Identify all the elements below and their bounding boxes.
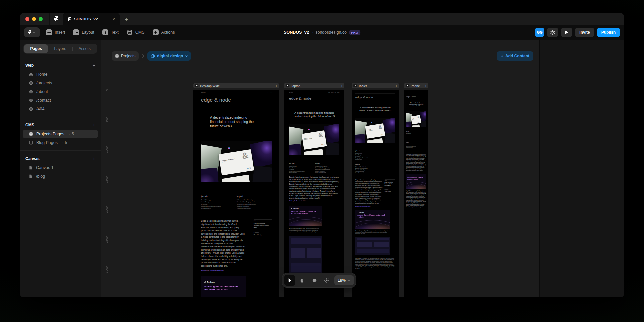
ruler-tick-label: 1500 — [105, 174, 109, 186]
site-hero: A decentralized indexing financial produ… — [358, 106, 393, 112]
breakpoint-frame-phone: Phone + edge & node menu edge & node A — [404, 83, 428, 297]
site-collage-image: Building the Decentralized Future & XOX — [406, 111, 426, 127]
collage-card — [222, 174, 249, 182]
frame-header-desktop-wide[interactable]: Desktop Wide + — [193, 83, 279, 88]
job-role-item: Brand Designer — [289, 172, 315, 174]
frame-add-icon[interactable]: + — [425, 84, 427, 88]
actions-tool[interactable]: Actions — [153, 29, 175, 35]
site-nav: edge & node homeprojectsaboutcontact — [201, 92, 272, 94]
cms-tool[interactable]: CMS — [127, 29, 145, 35]
graph-brand: The Graph — [291, 208, 322, 209]
sidebar-item-about[interactable]: /about — [20, 87, 101, 96]
select-tool[interactable] — [284, 275, 295, 286]
settings-button[interactable] — [547, 28, 558, 37]
layout-tool[interactable]: Layout — [73, 29, 94, 35]
project-title-group: SONDOS_V2 sondosdesign.co PRO — [284, 30, 360, 35]
insert-tool[interactable]: Insert — [46, 29, 65, 35]
text-tool[interactable]: Text — [102, 29, 119, 35]
ruler-tick-label: 500 — [105, 114, 109, 126]
pan-tool[interactable] — [296, 275, 308, 286]
framer-menu-button[interactable] — [24, 27, 40, 37]
site-preview-tablet[interactable]: edge & node homeprojectsaboutcontact edg… — [352, 90, 399, 297]
frame-add-icon[interactable]: + — [395, 84, 397, 88]
frame-title: Tablet — [358, 84, 394, 88]
site-link: Building The Decentralized Future — [355, 206, 395, 207]
sidebar-item-projects-pages[interactable]: Projects Pages 5 — [23, 130, 98, 138]
sidebar-item-404[interactable]: /404 — [20, 105, 101, 113]
theme-toggle[interactable] — [321, 275, 332, 286]
frame-add-icon[interactable]: + — [275, 84, 277, 88]
sidebar-item-projects[interactable]: /projects — [20, 79, 101, 87]
graph-hero-image: The Graph Indexing the world's data for … — [289, 206, 322, 226]
ruler-tick-label: 1000 — [105, 144, 109, 156]
comment-tool[interactable] — [309, 275, 320, 286]
site-preview-desktop-wide[interactable]: edge & node homeprojectsaboutcontact edg… — [193, 90, 279, 297]
frame-header-tablet[interactable]: Tablet + — [352, 83, 399, 88]
site-preview-laptop[interactable]: edge & node homeprojectsaboutcontact edg… — [284, 90, 344, 297]
job-role-column: job role Brand StrategyVisual DesignUI D… — [289, 162, 315, 174]
frame-header-laptop[interactable]: Laptop + — [284, 83, 344, 88]
publish-button[interactable]: Publish — [597, 28, 620, 37]
impact-column: impact Enhanced Brand IdentityElevated U… — [315, 162, 330, 174]
sidebar-item-blog-pages[interactable]: Blog Pages 5 — [20, 138, 101, 147]
add-content-button[interactable]: + Add Content — [497, 51, 533, 61]
plus-icon: + — [501, 54, 503, 59]
menu-label: menu — [423, 92, 424, 92]
invite-button[interactable]: Invite — [575, 28, 594, 37]
breadcrumb-page-chip[interactable]: digital-design — [147, 51, 191, 61]
site-caption: As a visual designer at Edge & Node, my … — [289, 228, 322, 233]
preview-button[interactable] — [561, 28, 572, 37]
add-page-button[interactable]: + — [93, 63, 95, 68]
collage-card — [383, 118, 395, 134]
site-nav-link: contact — [394, 92, 395, 92]
site-logo: edge & node — [201, 97, 272, 103]
site-body: Edge & Node is a company that plays a si… — [355, 179, 395, 205]
frame-title: Phone — [411, 84, 423, 88]
ruler-horizontal-edge — [112, 68, 539, 68]
layout-icon — [73, 29, 79, 35]
close-window-button[interactable] — [25, 17, 29, 21]
avatar[interactable]: GG — [535, 28, 544, 37]
impact-column: impact Enhanced Brand IdentityElevated U… — [406, 142, 426, 150]
tab-close-icon[interactable]: × — [112, 17, 115, 22]
file-icon — [29, 174, 33, 178]
traffic-lights — [20, 13, 50, 25]
new-tab-button[interactable]: + — [120, 13, 133, 25]
canvas-label: /blog — [36, 174, 45, 179]
chevron-right-icon — [142, 54, 144, 58]
sidebar-item-contact[interactable]: /contact — [20, 96, 101, 105]
tab-layers[interactable]: Layers — [48, 44, 72, 53]
project-tab[interactable]: SONDOS_V2 × — [63, 13, 120, 25]
collage-card — [367, 138, 383, 143]
impact-item: Streamlined User Experience — [237, 203, 256, 205]
canvas-viewport[interactable]: Projects digital-design + Add Content — [101, 40, 539, 297]
breakpoint-icon — [195, 84, 198, 87]
framer-badge-icon — [228, 147, 230, 149]
add-collection-button[interactable]: + — [93, 122, 95, 128]
app-home-tab[interactable] — [50, 13, 63, 25]
impact-column: impact Enhanced Brand IdentityElevated U… — [355, 164, 395, 174]
job-role-column: job role Brand StrategyVisual DesignUI D… — [201, 195, 237, 209]
tab-assets[interactable]: Assets — [73, 44, 97, 53]
divider — [20, 57, 101, 57]
zoom-level-dropdown[interactable]: 18% — [334, 275, 354, 285]
frame-add-icon[interactable]: + — [341, 84, 343, 88]
site-preview-phone[interactable]: edge & node menu edge & node A decentral… — [404, 90, 428, 297]
site-caption: As a visual designer at Edge & Node, my … — [355, 231, 390, 235]
site-collage-image: Building the Decentralized Future & XOX — [355, 118, 395, 143]
zoom-window-button[interactable] — [39, 17, 43, 21]
add-canvas-button[interactable]: + — [93, 156, 95, 161]
sidebar-item-blog-canvas[interactable]: /blog — [20, 172, 101, 181]
properties-panel — [539, 40, 624, 297]
sidebar-item-home[interactable]: Home — [20, 70, 101, 79]
site-hero: A decentralized indexing financial produ… — [210, 115, 259, 128]
play-icon — [565, 30, 569, 34]
site-link: Building The Decentralized Future — [201, 270, 272, 271]
desktop-background: SONDOS_V2 × + Insert Layout Text — [0, 0, 644, 322]
hamburger-icon — [425, 92, 426, 93]
minimize-window-button[interactable] — [32, 17, 36, 21]
tab-pages[interactable]: Pages — [24, 44, 48, 53]
breadcrumb-collection-chip[interactable]: Projects — [112, 51, 139, 61]
sidebar-item-canvas-1[interactable]: Canvas 1 — [20, 163, 101, 172]
frame-header-phone[interactable]: Phone + — [404, 83, 428, 88]
